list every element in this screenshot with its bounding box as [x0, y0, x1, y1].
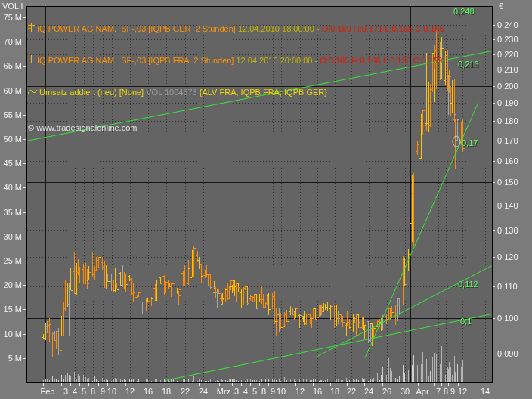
- volume-tick-label: 10 M: [0, 330, 22, 339]
- price-tick: [493, 54, 495, 55]
- price-tick-label: 0,190: [497, 99, 518, 107]
- volume-tick: [23, 261, 26, 261]
- price-tick-label: 0,130: [497, 227, 518, 235]
- time-tick: [382, 383, 383, 386]
- time-tick: [98, 383, 99, 386]
- volume-tick: [23, 139, 26, 140]
- time-tick: [199, 383, 200, 386]
- last-price-label: 0,17: [462, 139, 478, 147]
- time-tick: [481, 383, 481, 386]
- price-tick-label: 0,120: [497, 253, 518, 261]
- price-tick-label: 0,230: [497, 36, 518, 44]
- price-tick-label: 0,090: [497, 350, 518, 358]
- tradesignal-chart-window: VOL l € IQ POWER AG NAM. SF-,03 [IQPB GE…: [0, 0, 532, 399]
- volume-tick-label: 50 M: [0, 135, 22, 144]
- time-tick: [61, 383, 62, 386]
- legend-series-ger[interactable]: IQ POWER AG NAM. SF-,03 [IQPB GER 2 Stun…: [28, 23, 444, 34]
- volume-tick-label: 25 M: [0, 257, 22, 265]
- time-tick: [162, 383, 162, 386]
- time-tick: [295, 383, 296, 386]
- ohlc-bar-icon: [28, 23, 35, 34]
- price-tick: [493, 206, 495, 206]
- volume-tick: [23, 358, 26, 359]
- volume-tick-label: 35 M: [0, 209, 22, 217]
- series-spec: SF-,03 [IQPB FRA 2 Stunden]: [116, 55, 236, 66]
- time-tick: [219, 383, 220, 386]
- time-tick: [70, 383, 71, 386]
- volume-tick: [23, 212, 26, 213]
- price-tick-label: 0,160: [497, 157, 518, 165]
- volume-tick: [23, 334, 26, 335]
- time-tick: [88, 383, 89, 386]
- wave-icon: [28, 87, 37, 97]
- legend-series-fra[interactable]: IQ POWER AG NAM. SF-,03 [IQPB FRA 2 Stun…: [28, 55, 444, 66]
- volume-tick-label: 40 M: [0, 184, 22, 192]
- price-tick: [493, 354, 495, 354]
- volume-tick-label: 45 M: [0, 159, 22, 168]
- time-day-label: 14: [472, 388, 498, 396]
- volume-tick: [23, 163, 26, 164]
- price-tick: [493, 25, 495, 26]
- time-tick: [418, 383, 419, 386]
- volume-tick: [23, 115, 26, 116]
- volume-tick-label: 20 M: [0, 281, 22, 289]
- volume-tick-label: 60 M: [0, 87, 22, 95]
- volume-tick: [23, 42, 26, 42]
- time-tick: [313, 383, 314, 386]
- volume-tick: [23, 187, 26, 188]
- price-tick: [493, 230, 495, 231]
- price-tick: [493, 39, 495, 40]
- price-tick: [493, 182, 495, 183]
- time-tick: [458, 383, 459, 386]
- chart-legend: IQ POWER AG NAM. SF-,03 [IQPB GER 2 Stun…: [28, 2, 444, 154]
- price-tick: [493, 161, 495, 162]
- legend-indicator-umsatz[interactable]: Umsatz addiert (neu) [None] VOL 1004573 …: [28, 87, 444, 97]
- time-tick: [250, 383, 251, 386]
- time-tick: [107, 383, 108, 386]
- time-day-label: 12: [450, 388, 475, 396]
- price-tick: [493, 286, 495, 287]
- time-tick: [401, 383, 401, 386]
- volume-tick-label: 65 M: [0, 62, 22, 70]
- volume-tick-label: 75 M: [0, 14, 22, 22]
- price-tick-label: 0,140: [497, 202, 518, 210]
- time-tick: [181, 383, 181, 386]
- volume-tick-label: 55 M: [0, 111, 22, 119]
- volume-tick: [23, 66, 26, 66]
- volume-tick: [23, 17, 26, 18]
- series-name: IQ POWER AG NAM.: [37, 23, 116, 34]
- time-tick: [232, 383, 233, 386]
- trendline-value-label: 0,248: [453, 8, 475, 16]
- price-tick: [493, 121, 495, 122]
- price-tick-label: 0,100: [497, 314, 518, 323]
- volume-tick: [23, 237, 26, 237]
- price-tick: [493, 86, 495, 87]
- price-axis-currency: €: [499, 2, 503, 11]
- time-tick: [434, 383, 435, 386]
- indicator-value: VOL 1004573: [146, 87, 200, 97]
- price-tick: [493, 318, 495, 319]
- trendline-value-label: 0,112: [458, 280, 478, 289]
- indicator-name: Umsatz addiert (neu) [None]: [39, 87, 146, 97]
- time-tick: [144, 383, 144, 386]
- time-tick: [441, 383, 442, 386]
- volume-axis-title: VOL l: [2, 2, 23, 11]
- volume-tick: [23, 309, 26, 310]
- price-tick: [493, 141, 495, 141]
- trendline-value-label: 0,1: [460, 317, 472, 326]
- time-tick: [43, 383, 44, 386]
- series-spec: SF-,03 [IQPB GER 2 Stunden]: [116, 23, 238, 34]
- volume-tick-label: 30 M: [0, 233, 22, 241]
- time-tick: [330, 383, 331, 386]
- series-ohlc-values: O:0,165 H:0,166 L:0,156 C:0,159: [320, 55, 442, 66]
- price-tick-label: 0,240: [497, 21, 518, 29]
- volume-tick-label: 70 M: [0, 38, 22, 46]
- volume-tick: [23, 285, 26, 286]
- price-tick-label: 0,170: [497, 137, 518, 145]
- price-tick-label: 0,180: [497, 117, 518, 125]
- time-tick: [347, 383, 348, 386]
- price-tick-label: 0,210: [497, 66, 518, 74]
- price-tick: [493, 257, 495, 258]
- series-datetime: 12.04.2010 20:00:00 -: [236, 55, 320, 66]
- price-tick-label: 0,150: [497, 178, 518, 187]
